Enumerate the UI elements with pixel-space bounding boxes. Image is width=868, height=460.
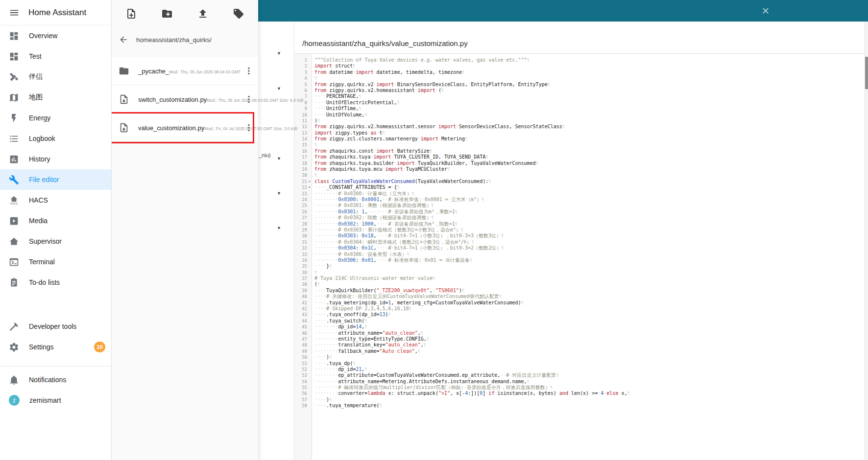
sidebar-item-label: File editor <box>29 176 105 184</box>
sidebar-item-user[interactable]: zzemismart <box>0 390 111 411</box>
sidebar-footer: Notificationszzemismart <box>0 369 111 411</box>
code-editor[interactable]: 1"""Collection·of·Tuya·Valve·devices·e.g… <box>294 54 865 460</box>
sidebar-item-energy[interactable]: Energy <box>0 108 111 128</box>
sidebar-item-history[interactable]: History <box>0 149 111 169</box>
file-name: value_customization.py <box>138 124 204 132</box>
file-menu-icon[interactable] <box>243 66 254 76</box>
line-number: 53 <box>294 372 312 378</box>
code-line: 32········0x0304:·0x1C,····#·bit4-7=1（小数… <box>294 245 865 251</box>
line-number: 50 <box>294 354 312 360</box>
scrollbar-thumb[interactable] <box>865 57 868 89</box>
code-line: 16from·zhaquirks.const·import·BatterySiz… <box>294 148 865 154</box>
code-line: 9····UnitOfTime,¶ <box>294 106 865 112</box>
file-menu-icon[interactable] <box>243 122 254 133</box>
sidebar-tools-nav: Developer toolsSettings10 <box>0 316 111 357</box>
close-icon[interactable] <box>761 6 771 16</box>
sidebar-item-terminal[interactable]: Terminal <box>0 252 111 272</box>
fold-arrow-icon[interactable]: ▾ <box>307 179 312 184</box>
file-list: _pycache_Mod.: Thu, 05 Jun 2025 08:44:43… <box>112 57 258 142</box>
svg-text:HACS: HACS <box>10 202 18 205</box>
sidebar-item-logbook[interactable]: Logbook <box>0 128 111 149</box>
scrollbar-track[interactable] <box>865 22 868 460</box>
file-row[interactable]: _pycache_Mod.: Thu, 05 Jun 2025 08:44:43… <box>112 57 258 85</box>
sidebar-item-hacs[interactable]: HACSHACS <box>0 190 111 210</box>
file-meta: Mod.: Thu, 05 Jun 2025 08:44:43 GMT <box>169 69 241 74</box>
app-root: Home Assistant OverviewTest伴侣地图EnergyLog… <box>0 0 868 460</box>
sidebar-item-file-editor[interactable]: File editor <box>0 169 111 190</box>
code-line: 23········#·0x0300:·计量单位（立方米）¶ <box>294 191 865 197</box>
line-number: 52 <box>294 367 312 372</box>
back-icon[interactable] <box>119 35 128 45</box>
sidebar-item-companion[interactable]: 伴侣 <box>0 67 111 87</box>
line-number: 17 <box>294 154 312 160</box>
sidebar-item-todo-lists[interactable]: To-do lists <box>0 272 111 293</box>
sidebar: Home Assistant OverviewTest伴侣地图EnergyLog… <box>0 0 112 460</box>
upload-icon[interactable] <box>197 8 209 20</box>
code-line: 5from·zigpy.quirks.v2·import·BinarySenso… <box>294 82 865 88</box>
line-number: 30 <box>294 233 312 239</box>
line-number: 33 <box>294 252 312 257</box>
code-line: 27········#·0x0302:·除数（根据设备原始值调整）¶ <box>294 215 865 221</box>
line-number: 43 <box>294 312 312 318</box>
sidebar-item-map[interactable]: 地图 <box>0 87 111 108</box>
code-line: 47········entity_type=EntityType.CONFIG,… <box>294 336 865 342</box>
sidebar-item-media[interactable]: Media <box>0 210 111 231</box>
line-number: 15 <box>294 142 312 148</box>
chevron-down-icon: ▼ <box>277 226 281 230</box>
new-file-icon[interactable] <box>125 8 137 20</box>
line-number: 16 <box>294 148 312 154</box>
line-number: 31 <box>294 239 312 245</box>
line-number: 54 <box>294 379 312 385</box>
code-line: 36¶ <box>294 270 865 276</box>
line-number: 48 <box>294 342 312 348</box>
line-number: 20 <box>294 172 312 178</box>
sidebar-item-label: Notifications <box>29 376 105 384</box>
line-number: 6 <box>294 88 312 93</box>
line-number: 26 <box>294 209 312 215</box>
line-number: 23 <box>294 191 312 197</box>
code-line: 42····#·Skipped·DP·2,3,4,5,6,16,18¶ <box>294 306 865 312</box>
sidebar-item-supervisor[interactable]: Supervisor <box>0 231 111 252</box>
sidebar-item-test[interactable]: Test <box>0 46 111 67</box>
sidebar-item-developer-tools[interactable]: Developer tools <box>0 316 111 337</box>
map-icon <box>9 92 19 103</box>
menu-icon[interactable] <box>9 7 20 18</box>
line-number: 47 <box>294 336 312 342</box>
code-line: 4¶ <box>294 75 865 81</box>
code-line: 31········#·0x0304:·瞬时需求格式（整数2位+小数3位，适合m… <box>294 239 865 245</box>
code-line: 53········ep_attribute=CustomTuyaValveWa… <box>294 372 865 378</box>
code-line: 15¶ <box>294 142 865 148</box>
wrench-icon <box>9 175 19 185</box>
file-row-highlighted[interactable]: value_customization.pyMod.: Fri, 04 Jul … <box>112 114 258 142</box>
home-icon <box>9 236 19 247</box>
sidebar-item-notifications[interactable]: Notifications <box>0 369 111 390</box>
line-number: 3 <box>294 69 312 75</box>
sidebar-item-label: Supervisor <box>29 237 105 245</box>
line-number: 10 <box>294 112 312 118</box>
line-number: 39 <box>294 288 312 294</box>
code-line: 7····PERCENTAGE,¶ <box>294 93 865 99</box>
sidebar-item-label: History <box>29 155 105 163</box>
code-line: 18from·zhaquirks.tuya.builder·import·Tuy… <box>294 161 865 166</box>
file-row[interactable]: switch_customization.pyMod.: Thu, 05 Jun… <box>112 85 258 114</box>
fold-arrow-icon[interactable]: ▾ <box>307 184 312 190</box>
code-line: 25········#·0x0301:·乘数（根据设备原始值调整）¶ <box>294 203 865 208</box>
line-number: 22▾ <box>294 184 312 190</box>
sidebar-item-settings[interactable]: Settings10 <box>0 337 111 357</box>
new-folder-icon[interactable] <box>161 8 173 20</box>
sidebar-item-overview[interactable]: Overview <box>0 25 111 46</box>
code-line: 10····UnitOfVolume,¶ <box>294 112 865 118</box>
line-number: 49 <box>294 348 312 354</box>
code-line: 20¶ <box>294 172 865 178</box>
line-number: 28 <box>294 221 312 227</box>
sidebar-item-label: HACS <box>29 196 105 204</box>
sidebar-item-label: Media <box>29 217 105 225</box>
line-number: 29 <box>294 227 312 233</box>
line-number: 37 <box>294 276 312 281</box>
tag-icon[interactable] <box>233 8 244 20</box>
code-line: 40····#·关键修改:·使用自定义的CustomTuyaValveWater… <box>294 294 865 299</box>
bell-icon <box>9 375 19 385</box>
sidebar-item-label: zemismart <box>29 396 105 404</box>
sidebar-spacer <box>0 293 111 316</box>
file-menu-icon[interactable] <box>243 94 254 105</box>
